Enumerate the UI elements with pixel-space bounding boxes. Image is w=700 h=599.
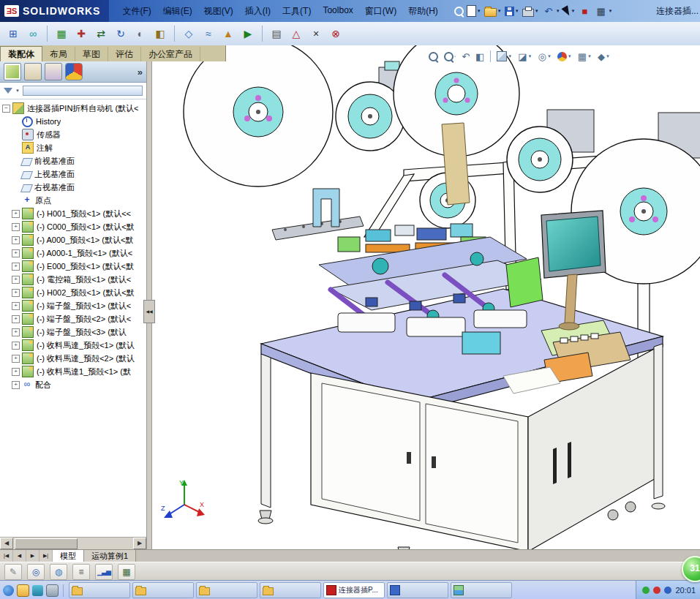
tab-scroll-next-icon[interactable]: ▶ (26, 550, 39, 562)
tree-item-front-plane[interactable]: 前视基准面 (0, 154, 146, 167)
tree-item-component[interactable]: +(-) 端子盤_预殻<2> (默认< (0, 312, 146, 325)
new-motion-study-icon[interactable] (239, 25, 257, 42)
tab-evaluate[interactable]: 评估 (108, 47, 141, 61)
reference-geometry-icon[interactable] (180, 25, 197, 42)
expander-icon[interactable]: + (12, 342, 20, 350)
menu-toolbox[interactable]: Toolbox (317, 2, 358, 20)
menu-file[interactable]: 文件(F) (116, 2, 157, 20)
apply-scene-icon[interactable]: ▦▼ (578, 51, 592, 62)
expander-icon[interactable]: − (2, 105, 10, 113)
folder-icon[interactable] (17, 584, 29, 597)
undo-icon[interactable]: ▼ (542, 4, 560, 18)
tree-item-component[interactable]: +(-) E000_预殻<1> (默认<默 (0, 260, 146, 273)
edit-appearance-icon[interactable]: ▼ (557, 52, 572, 61)
configuration-manager-tab-icon[interactable] (45, 63, 62, 80)
menu-insert[interactable]: 插入(I) (239, 2, 276, 20)
taskbar-button[interactable] (451, 582, 512, 598)
taskbar-button[interactable] (387, 582, 448, 598)
menu-window[interactable]: 窗口(W) (359, 2, 402, 20)
view-grid-icon[interactable]: ▼ (595, 4, 613, 18)
tab-scroll-first-icon[interactable]: |◀ (0, 550, 13, 562)
new-document-icon[interactable]: ▼ (467, 5, 481, 17)
section-view-icon[interactable]: ◧ (475, 51, 484, 62)
bill-of-materials-icon[interactable] (268, 25, 285, 42)
expander-icon[interactable]: + (12, 223, 20, 231)
expander-icon[interactable]: + (12, 355, 20, 363)
smart-fasteners-icon[interactable] (72, 25, 90, 42)
expander-icon[interactable]: + (12, 210, 20, 218)
expander-icon[interactable]: + (12, 381, 20, 389)
expander-icon[interactable]: + (12, 263, 20, 271)
taskbar-button[interactable] (260, 582, 321, 598)
tree-item-component[interactable]: +(-) H001_预殻<1> (默认<< (0, 207, 146, 220)
tree-item-component[interactable]: +(-) 收料馬達1_预殻<1> (默 (0, 365, 146, 378)
expander-icon[interactable]: + (12, 236, 20, 244)
tab-office-products[interactable]: 办公室产品 (141, 47, 200, 61)
scroll-left-icon[interactable]: ◀ (0, 538, 13, 549)
expander-icon[interactable]: + (12, 249, 20, 257)
tree-item-component[interactable]: +(-) 收料馬達_预殻<1> (默认 (0, 339, 146, 352)
graphics-viewport[interactable]: ▫ ↶ ◧ ▼ ◪▼ ◎▼ ▼ ▦▼ ◆▼ (146, 45, 700, 549)
antivirus-icon[interactable] (642, 587, 650, 594)
tree-item-right-plane[interactable]: 右视基准面 (0, 181, 146, 194)
taskbar-button[interactable] (196, 582, 257, 598)
menu-tools[interactable]: 工具(T) (276, 2, 317, 20)
tree-item-component[interactable]: +(-) 收料馬達_预殻<2> (默认 (0, 352, 146, 365)
volume-icon[interactable] (664, 587, 671, 594)
print-icon[interactable]: ▼ (522, 6, 539, 17)
media-icon[interactable] (32, 585, 43, 596)
tab-model[interactable]: 模型 (53, 550, 84, 562)
internet-icon[interactable] (3, 585, 14, 596)
search-icon[interactable] (454, 7, 464, 16)
taskbar-button[interactable] (132, 582, 194, 598)
interference-detection-icon[interactable] (327, 25, 345, 42)
menu-help[interactable]: 帮助(H) (402, 2, 444, 20)
assembly-features-icon[interactable] (151, 25, 169, 42)
tree-item-annotations[interactable]: 注解 (0, 141, 146, 154)
taskbar-button-active[interactable]: 连接器插P... (323, 582, 385, 598)
menu-edit[interactable]: 编辑(E) (157, 2, 198, 20)
insert-components-icon[interactable] (4, 25, 22, 42)
tree-item-component[interactable]: +(-) 電控箱_预殻<1> (默认< (0, 273, 146, 286)
tab-layout[interactable]: 布局 (42, 47, 75, 61)
tree-item-component[interactable]: +(-) 端子盤_预殻<1> (默认< (0, 299, 146, 312)
expander-icon[interactable]: + (12, 289, 20, 297)
filter-input[interactable] (23, 86, 143, 96)
tab-sketch[interactable]: 草图 (75, 47, 108, 61)
instant-3d-icon[interactable] (219, 25, 237, 42)
expander-icon[interactable]: + (12, 368, 20, 376)
tree-item-component[interactable]: +(-) 端子盤_预殻<3> (默认 (0, 325, 146, 339)
expander-icon[interactable]: + (12, 328, 20, 336)
scroll-right-icon[interactable]: ▶ (133, 538, 146, 549)
select-pointer-icon[interactable]: ▼ (563, 7, 576, 16)
scrollbar-thumb[interactable] (15, 538, 78, 549)
expander-icon[interactable]: + (12, 302, 20, 310)
zoom-to-area-icon[interactable]: ▫ (444, 52, 456, 61)
curves-icon[interactable] (200, 25, 217, 42)
filter-caret-icon[interactable]: ▼ (15, 88, 20, 93)
layers-icon[interactable] (72, 564, 90, 580)
property-manager-tab-icon[interactable] (24, 63, 42, 80)
tree-item-component[interactable]: +(-) A000_预殻<1> (默认<默 (0, 233, 146, 246)
tree-item-top-plane[interactable]: 上视基准面 (0, 167, 146, 181)
statistics-icon[interactable] (95, 564, 113, 580)
move-component-icon[interactable] (92, 25, 110, 42)
previous-view-icon[interactable]: ↶ (462, 51, 470, 62)
save-icon[interactable]: ▼ (505, 7, 519, 16)
expander-icon[interactable]: + (12, 315, 20, 323)
desktop-icon[interactable] (46, 584, 59, 597)
measure-icon[interactable] (27, 564, 45, 580)
filter-icon[interactable] (4, 88, 12, 94)
exploded-view-icon[interactable] (287, 25, 305, 42)
tree-item-component[interactable]: +(-) A000-1_预殻<1> (默认< (0, 246, 146, 260)
taskbar-button[interactable] (69, 582, 130, 598)
sketch-icon[interactable] (4, 564, 22, 580)
messenger-icon[interactable] (653, 587, 661, 594)
tree-item-mates[interactable]: +配合 (0, 378, 146, 391)
tree-item-component[interactable]: +(-) C000_预殻<1> (默认<默 (0, 220, 146, 233)
panel-horizontal-scrollbar[interactable]: ◀ ▶ (0, 537, 146, 549)
linear-component-pattern-icon[interactable] (53, 25, 70, 42)
tab-scroll-last-icon[interactable]: ▶| (39, 550, 53, 562)
view-settings-icon[interactable]: ◆▼ (598, 51, 610, 62)
tree-item-history[interactable]: History (0, 115, 146, 128)
